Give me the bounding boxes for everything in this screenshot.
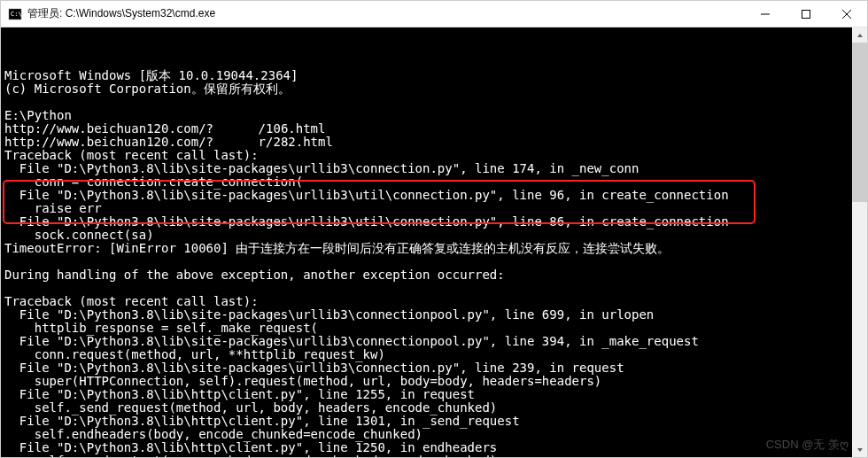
terminal-line: sock.connect(sa) xyxy=(4,229,852,242)
terminal-line: super(HTTPConnection, self).request(meth… xyxy=(4,375,852,388)
terminal-line: http://www.beichuan120.com/? r/282.html xyxy=(4,136,852,149)
terminal-output[interactable]: Microsoft Windows [版本 10.0.19044.2364](c… xyxy=(1,27,852,457)
terminal-line: File "D:\Python3.8\lib\site-packages\url… xyxy=(4,189,852,202)
terminal-line: http://www.beichuan120.com/? /106.html xyxy=(4,122,852,136)
terminal-line: conn.request(method, url, **httplib_requ… xyxy=(4,348,852,361)
terminal-line: self._send_request(method, url, body, he… xyxy=(4,401,852,415)
scroll-up-button[interactable] xyxy=(852,27,867,43)
terminal-line: raise err xyxy=(4,202,852,215)
terminal-line: conn = connection.create_connection( xyxy=(4,175,852,189)
scroll-thumb[interactable] xyxy=(852,43,867,202)
window-title: 管理员: C:\Windows\System32\cmd.exe xyxy=(27,6,745,21)
svg-marker-6 xyxy=(857,34,863,37)
terminal-line: (c) Microsoft Corporation。保留所有权利。 xyxy=(4,82,852,96)
terminal-line: File "D:\Python3.8\lib\site-packages\url… xyxy=(4,361,852,375)
terminal-line: Traceback (most recent call last): xyxy=(4,149,852,162)
close-button[interactable] xyxy=(826,1,867,27)
svg-marker-7 xyxy=(857,448,863,452)
cmd-window: C:\ 管理员: C:\Windows\System32\cmd.exe Mic… xyxy=(0,0,868,458)
maximize-button[interactable] xyxy=(786,1,826,27)
terminal-line: self.endheaders(body, encode_chunked=enc… xyxy=(4,428,852,441)
terminal-line: File "D:\Python3.8\lib\http\client.py", … xyxy=(4,415,852,428)
window-controls xyxy=(745,1,867,27)
cmd-icon: C:\ xyxy=(8,7,22,21)
title-bar[interactable]: C:\ 管理员: C:\Windows\System32\cmd.exe xyxy=(1,1,867,27)
minimize-button[interactable] xyxy=(745,1,786,27)
terminal-line: File "D:\Python3.8\lib\site-packages\url… xyxy=(4,215,852,229)
terminal-line: httplib_response = self._make_request( xyxy=(4,322,852,335)
terminal-line: File "D:\Python3.8\lib\site-packages\url… xyxy=(4,308,852,322)
terminal-line: File "D:\Python3.8\lib\site-packages\url… xyxy=(4,335,852,348)
terminal-line: self._send_output(message_body, encode_c… xyxy=(4,454,852,457)
terminal-line: File "D:\Python3.8\lib\http\client.py", … xyxy=(4,441,852,454)
terminal-line: During handling of the above exception, … xyxy=(4,268,852,282)
terminal-line xyxy=(4,96,852,109)
terminal-line xyxy=(4,282,852,295)
terminal-line: E:\Python xyxy=(4,109,852,122)
scroll-down-button[interactable] xyxy=(852,442,867,457)
terminal-line: File "D:\Python3.8\lib\site-packages\url… xyxy=(4,162,852,175)
terminal-line: Traceback (most recent call last): xyxy=(4,295,852,308)
scroll-track[interactable] xyxy=(852,43,867,442)
terminal-line: File "D:\Python3.8\lib\http\client.py", … xyxy=(4,388,852,401)
svg-text:C:\: C:\ xyxy=(11,11,22,18)
svg-rect-3 xyxy=(802,10,810,18)
terminal-line xyxy=(4,255,852,268)
vertical-scrollbar[interactable] xyxy=(852,27,867,457)
terminal-line: TimeoutError: [WinError 10060] 由于连接方在一段时… xyxy=(4,242,852,255)
terminal-wrap: Microsoft Windows [版本 10.0.19044.2364](c… xyxy=(1,27,867,457)
terminal-line: Microsoft Windows [版本 10.0.19044.2364] xyxy=(4,69,852,82)
